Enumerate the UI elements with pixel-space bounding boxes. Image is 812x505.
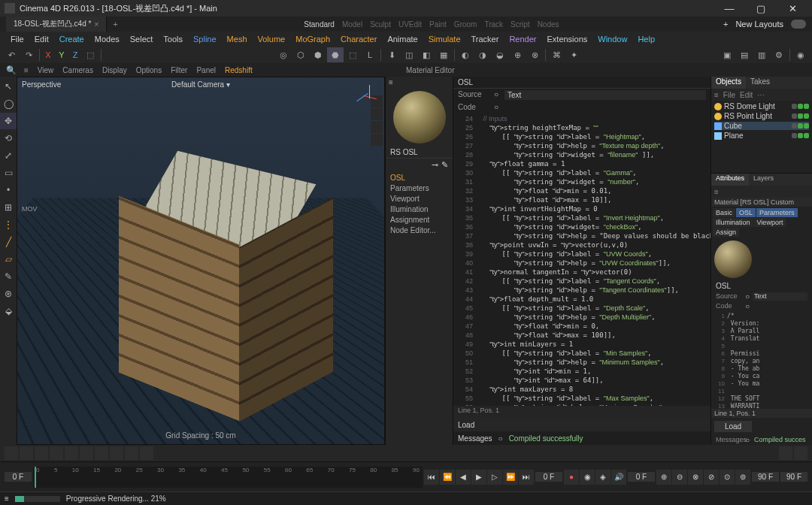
autokey-icon[interactable]: ◉ (580, 470, 595, 485)
ctx-icon[interactable] (140, 446, 153, 460)
search-icon[interactable]: 🔍 (5, 62, 18, 77)
tool-icon[interactable]: ⬡ (292, 47, 309, 62)
burger-icon[interactable]: ≡ (386, 77, 453, 88)
vp-menu-panel[interactable]: Panel (193, 65, 219, 75)
menu-simulate[interactable]: Simulate (424, 33, 465, 45)
obj-menu-file[interactable]: File (723, 91, 735, 99)
axis-y[interactable]: Y (56, 49, 68, 61)
menu-modes[interactable]: Modes (90, 33, 124, 45)
tool-icon[interactable]: L (362, 47, 378, 62)
menu-edit[interactable]: Edit (30, 33, 53, 45)
key-icon[interactable]: ◈ (595, 470, 611, 485)
axis-gizmo[interactable] (356, 83, 378, 106)
tool-icon[interactable]: ⬇ (383, 47, 400, 62)
play-icon[interactable]: ▶ (471, 470, 486, 485)
point-icon[interactable]: ⋮ (0, 216, 17, 233)
mode-groom[interactable]: Groom (454, 20, 477, 29)
new-layouts-button[interactable]: New Layouts (735, 20, 783, 29)
ctx-icon[interactable] (95, 446, 108, 460)
dot-icon[interactable]: ○ (745, 292, 750, 301)
prev-key-icon[interactable]: ⏪ (440, 470, 455, 485)
snap-icon[interactable]: ⊛ (0, 286, 17, 302)
menu-select[interactable]: Select (126, 33, 158, 45)
work-icon[interactable]: ⬙ (0, 303, 17, 319)
vp-menu-display[interactable]: Display (99, 65, 130, 75)
menu-mograph[interactable]: MoGraph (291, 33, 335, 45)
tree-assignment[interactable]: Assignment (390, 216, 448, 224)
timeline-ruler[interactable]: 051015202530354045505560657075808590 (33, 467, 423, 488)
attr-preview[interactable] (714, 240, 752, 278)
tool-icon[interactable]: ◎ (275, 47, 292, 62)
ctx-icon[interactable] (5, 446, 18, 460)
vp-menu-cameras[interactable]: Cameras (59, 65, 96, 75)
mode-paint[interactable]: Paint (429, 20, 447, 29)
pill-osl[interactable]: OSL (736, 208, 756, 217)
goto-start-icon[interactable]: ⏮ (424, 470, 439, 485)
tool-icon[interactable]: ⬣ (327, 47, 344, 62)
tab-objects[interactable]: Objects (711, 77, 746, 89)
poly-icon[interactable]: ▱ (0, 251, 17, 268)
pill-illumination[interactable]: Illumination (713, 218, 753, 227)
tree-viewport[interactable]: Viewport (390, 195, 448, 203)
minimize-button[interactable]: — (714, 3, 744, 14)
material-name[interactable]: RS OSL (386, 147, 453, 159)
vp-menu-options[interactable]: Options (133, 65, 165, 75)
ctx-icon[interactable] (50, 446, 63, 460)
tl-icon[interactable]: ⊕ (656, 470, 671, 485)
edge-icon[interactable]: ╱ (0, 234, 17, 250)
tool-icon[interactable]: ◧ (418, 47, 435, 62)
pill-basic[interactable]: Basic (713, 208, 735, 217)
dot-icon[interactable]: ○ (745, 302, 750, 310)
tool-icon[interactable]: ▦ (435, 47, 452, 62)
menu-tracker[interactable]: Tracker (467, 33, 504, 45)
pill-assign[interactable]: Assign (713, 228, 739, 237)
attr-source-value[interactable]: Text (753, 292, 807, 301)
obj-menu-burger[interactable]: ≡ (714, 91, 719, 99)
axis-x[interactable]: X (42, 49, 54, 61)
total-frames[interactable]: 90 F (780, 472, 807, 482)
attr-code-editor[interactable]: 1/* 2 Version: 3 A Parall 4 Translat 5 6… (711, 311, 812, 409)
mode-uvedit[interactable]: UVEdit (398, 20, 422, 29)
prev-frame-icon[interactable]: ◀ (456, 470, 471, 485)
pill-parameters[interactable]: Parameters (756, 208, 798, 217)
render-icon[interactable]: ▣ (719, 47, 735, 62)
tool-icon[interactable]: ⬢ (310, 47, 326, 62)
status-burger[interactable]: ≡ (5, 494, 9, 503)
tab-layers[interactable]: Layers (749, 174, 778, 186)
vp-menu-view[interactable]: View (35, 65, 57, 75)
ctx-icon[interactable] (80, 446, 93, 460)
mode-track[interactable]: Track (484, 20, 503, 29)
tab-attributes[interactable]: Attributes (711, 174, 749, 186)
menu-help[interactable]: Help (633, 33, 659, 45)
undo-icon[interactable]: ↶ (3, 47, 20, 62)
obj-menu-more[interactable]: ⋯ (757, 91, 765, 99)
render-icon[interactable]: ◉ (792, 47, 809, 62)
brush-icon[interactable]: ✎ (0, 268, 17, 285)
tool-icon[interactable]: ◐ (457, 47, 474, 62)
menu-window[interactable]: Window (593, 33, 632, 45)
menu-render[interactable]: Render (504, 33, 541, 45)
ctx-icon[interactable] (794, 446, 807, 460)
source-dot-icon[interactable]: ○ (494, 90, 498, 100)
mode-nodes[interactable]: Nodes (538, 20, 559, 29)
tab-takes[interactable]: Takes (746, 77, 774, 89)
dot-icon[interactable]: • (0, 182, 17, 198)
mode-script[interactable]: Script (511, 20, 530, 29)
mode-sculpt[interactable]: Sculpt (370, 20, 391, 29)
menu-create[interactable]: Create (55, 33, 89, 45)
tl-icon[interactable]: ⊘ (704, 470, 719, 485)
tool-icon[interactable]: ⊕ (509, 47, 526, 62)
sound-icon[interactable]: 🔊 (611, 470, 626, 485)
tool-icon[interactable]: ⬚ (344, 47, 361, 62)
tl-icon[interactable]: ⊗ (688, 470, 703, 485)
grid-icon[interactable]: ⊞ (0, 199, 17, 216)
attr-burger[interactable]: ≡ (714, 188, 719, 196)
tree-osl[interactable]: OSL (390, 174, 448, 182)
tool-icon[interactable]: ◒ (492, 47, 508, 62)
tab-add-button[interactable]: + (107, 18, 123, 30)
vp-menu-burger[interactable]: ≡ (21, 65, 32, 75)
menu-extensions[interactable]: Extensions (542, 33, 592, 45)
attr-load-button[interactable]: Load (714, 421, 752, 432)
render-icon[interactable]: ▥ (753, 47, 770, 62)
object-row[interactable]: Plane (714, 132, 809, 140)
